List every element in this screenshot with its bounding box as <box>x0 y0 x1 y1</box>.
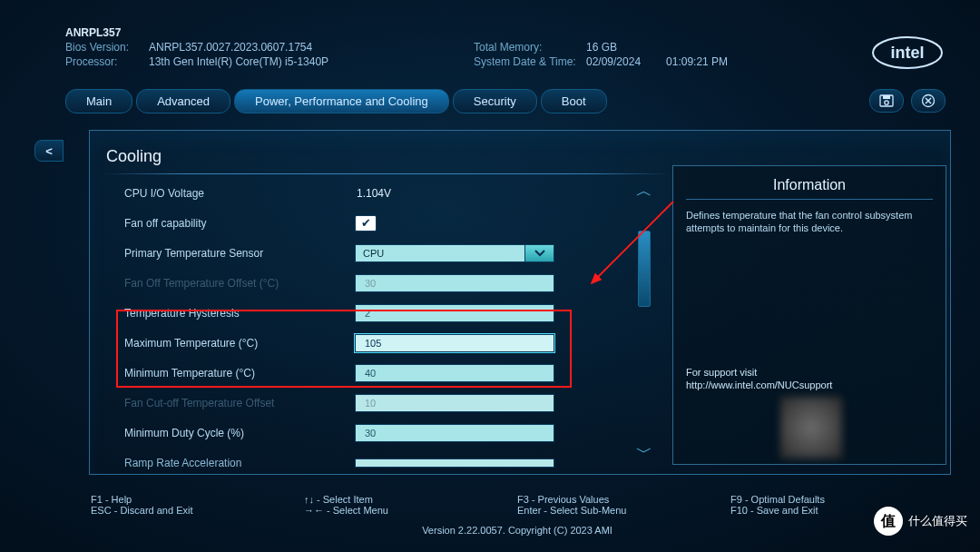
svg-point-4 <box>885 101 888 104</box>
total-memory: 16 GB <box>586 41 617 54</box>
max-temp-label: Maximum Temperature (°C) <box>124 337 355 350</box>
processor: 13th Gen Intel(R) Core(TM) i5-1340P <box>149 55 328 68</box>
copyright: Version 2.22.0057. Copyright (C) 2023 AM… <box>91 525 944 536</box>
info-panel: Information Defines temperature that the… <box>672 165 946 465</box>
temp-hysteresis-input[interactable]: 2 <box>355 304 554 322</box>
temp-hysteresis-label: Temperature Hysteresis <box>124 307 355 320</box>
ramp-rate-label: Ramp Rate Acceleration <box>124 457 355 469</box>
intel-logo: intel <box>871 34 944 74</box>
system-time: 01:09:21 PM <box>666 55 728 68</box>
primary-temp-sensor-select[interactable]: CPU <box>355 244 554 262</box>
total-memory-label: Total Memory: <box>474 40 586 54</box>
processor-label: Processor: <box>65 54 149 69</box>
min-temp-label: Minimum Temperature (°C) <box>124 367 355 380</box>
hint-f1: F1 - Help <box>91 494 304 505</box>
primary-temp-sensor-label: Primary Temperature Sensor <box>124 247 355 260</box>
support-label: For support visit <box>686 366 832 379</box>
svg-text:intel: intel <box>890 44 924 62</box>
hint-esc: ESC - Discard and Exit <box>91 505 304 516</box>
min-duty-label: Minimum Duty Cycle (%) <box>124 427 355 439</box>
min-temp-input[interactable]: 40 <box>355 364 554 382</box>
info-title: Information <box>686 177 933 193</box>
fan-cutoff-input: 10 <box>355 394 554 412</box>
hint-f3: F3 - Previous Values <box>517 494 730 505</box>
hint-updown: ↑↓ - Select Item <box>304 494 517 505</box>
system-date: 02/09/2024 <box>586 55 641 68</box>
fan-cutoff-label: Fan Cut-off Temperature Offset <box>124 397 355 409</box>
settings-panel: Cooling CPU I/O Voltage 1.104V Fan off c… <box>89 130 951 475</box>
tab-security[interactable]: Security <box>453 89 537 113</box>
qr-code <box>780 397 842 458</box>
scroll-down-icon[interactable]: ﹀ <box>636 441 652 463</box>
back-button[interactable]: < <box>34 140 64 162</box>
svg-rect-3 <box>883 95 890 99</box>
primary-temp-sensor-value: CPU <box>355 244 525 262</box>
save-button[interactable] <box>869 89 904 113</box>
watermark-badge: 值 <box>874 507 903 536</box>
fan-off-capability-label: Fan off capability <box>124 217 355 230</box>
close-button[interactable] <box>911 89 946 113</box>
support-url: http://www.intel.com/NUCsupport <box>686 379 832 391</box>
datetime-label: System Date & Time: <box>474 54 586 69</box>
model-name: ANRPL357 <box>65 25 474 40</box>
min-duty-input[interactable]: 30 <box>355 424 554 442</box>
fan-off-temp-offset-label: Fan Off Temperature Offset (°C) <box>124 277 355 290</box>
scrollbar[interactable]: ︿ ﹀ <box>636 174 672 468</box>
settings-list: CPU I/O Voltage 1.104V Fan off capabilit… <box>90 174 636 468</box>
scroll-thumb[interactable] <box>638 231 651 307</box>
max-temp-input[interactable]: 105 <box>355 334 554 352</box>
tab-power-performance-cooling[interactable]: Power, Performance and Cooling <box>234 89 449 113</box>
scroll-up-icon[interactable]: ︿ <box>636 180 652 202</box>
hint-leftright: →← - Select Menu <box>304 505 517 516</box>
cpu-io-voltage-value: 1.104V <box>355 187 554 200</box>
hint-f9: F9 - Optimal Defaults <box>730 494 944 505</box>
bios-version: ANRPL357.0027.2023.0607.1754 <box>149 41 312 54</box>
tab-advanced[interactable]: Advanced <box>136 89 230 113</box>
tab-main[interactable]: Main <box>65 89 132 113</box>
footer-hints: F1 - Help ↑↓ - Select Item F3 - Previous… <box>91 494 944 536</box>
ramp-rate-input[interactable] <box>355 458 554 468</box>
header-info: ANRPL357 Bios Version:ANRPL357.0027.2023… <box>0 0 980 69</box>
fan-off-temp-offset-input: 30 <box>355 274 554 292</box>
cpu-io-voltage-label: CPU I/O Voltage <box>124 187 355 200</box>
hint-enter: Enter - Select Sub-Menu <box>517 505 730 516</box>
watermark-text: 什么值得买 <box>908 513 967 529</box>
info-description: Defines temperature that the fan control… <box>686 209 933 234</box>
fan-off-capability-checkbox[interactable]: ✔ <box>355 215 377 232</box>
dropdown-arrow-icon[interactable] <box>525 244 554 262</box>
tab-boot[interactable]: Boot <box>541 89 607 113</box>
bios-version-label: Bios Version: <box>65 40 149 54</box>
watermark: 值 什么值得买 <box>874 507 967 536</box>
